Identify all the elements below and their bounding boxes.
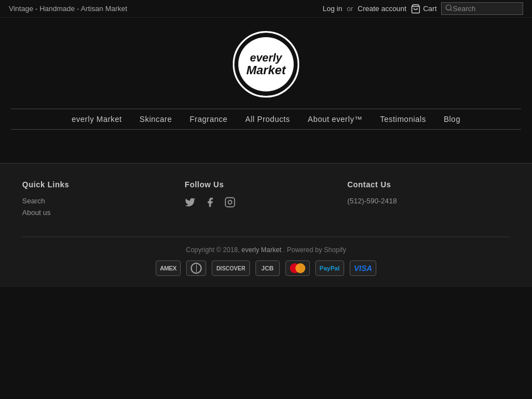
social-icons xyxy=(185,197,347,213)
payment-icons: AMEX DISCOVER JCB PayPal VISA xyxy=(22,260,510,276)
cart-icon xyxy=(411,4,421,14)
nav-item-testimonials[interactable]: Testimonials xyxy=(380,115,426,124)
powered-by: Powered by Shopify xyxy=(287,246,346,254)
svg-rect-3 xyxy=(226,198,235,207)
site-tagline: Vintage - Handmade - Artisan Market xyxy=(9,4,127,13)
copyright-comma: , xyxy=(238,246,242,254)
contact-phone: (512)-590-2418 xyxy=(347,197,510,205)
copyright-year: 2018 xyxy=(223,246,238,254)
nav-item-skincare[interactable]: Skincare xyxy=(140,115,172,124)
search-icon xyxy=(445,4,453,12)
facebook-link[interactable] xyxy=(204,197,218,210)
or-separator: or xyxy=(347,4,354,13)
cart-label: Cart xyxy=(423,4,437,13)
logo-area: everly Market xyxy=(0,18,532,109)
search-submit-button[interactable] xyxy=(445,4,453,13)
footer-follow-col: Follow Us xyxy=(185,180,347,220)
main-content xyxy=(0,130,532,163)
quick-links-heading: Quick Links xyxy=(22,180,185,189)
footer: Quick Links Search About us Follow Us xyxy=(0,163,532,287)
follow-us-heading: Follow Us xyxy=(185,180,347,189)
nav-item-fragrance[interactable]: Fragrance xyxy=(190,115,227,124)
twitter-icon xyxy=(185,197,196,208)
logo-text-line2: Market xyxy=(247,64,286,77)
login-link[interactable]: Log in xyxy=(323,4,342,13)
create-account-link[interactable]: Create account xyxy=(357,4,406,13)
instagram-icon xyxy=(224,197,236,208)
logo-text-line1: everly xyxy=(250,52,282,64)
mc-orange-circle xyxy=(295,263,305,273)
visa-icon: VISA xyxy=(350,260,377,276)
logo[interactable]: everly Market xyxy=(233,31,299,98)
instagram-link[interactable] xyxy=(224,197,238,210)
diners-icon xyxy=(186,260,206,276)
facebook-icon xyxy=(204,197,216,208)
search-input[interactable] xyxy=(453,4,519,13)
quick-link-search[interactable]: Search xyxy=(22,197,185,205)
mastercard-icon xyxy=(285,260,310,276)
copyright-brand-link[interactable]: everly Market xyxy=(242,246,282,254)
nav-item-everly-market[interactable]: everly Market xyxy=(71,115,122,124)
svg-line-2 xyxy=(451,9,452,11)
amex-icon: AMEX xyxy=(156,260,181,276)
nav-bar: everly Market Skincare Fragrance All Pro… xyxy=(0,109,532,129)
footer-contact-col: Contact Us (512)-590-2418 xyxy=(347,180,510,220)
twitter-link[interactable] xyxy=(185,197,198,210)
top-bar: Vintage - Handmade - Artisan Market Log … xyxy=(0,0,532,18)
nav-item-about-everly[interactable]: About everly™ xyxy=(308,115,362,124)
footer-columns: Quick Links Search About us Follow Us xyxy=(22,180,510,220)
copyright-separator: . xyxy=(282,246,287,254)
copyright-text: Copyright © 2018, everly Market . Powere… xyxy=(22,246,510,254)
nav-item-blog[interactable]: Blog xyxy=(444,115,461,124)
paypal-icon: PayPal xyxy=(315,260,344,276)
copyright-label: Copyright © xyxy=(186,246,223,254)
logo-inner: everly Market xyxy=(234,33,298,96)
search-form[interactable] xyxy=(441,2,523,15)
footer-bottom: Copyright © 2018, everly Market . Powere… xyxy=(22,237,510,276)
svg-point-1 xyxy=(446,5,451,10)
footer-quick-links-col: Quick Links Search About us xyxy=(22,180,185,220)
jcb-icon: JCB xyxy=(255,260,280,276)
quick-link-about[interactable]: About us xyxy=(22,208,185,217)
cart-area[interactable]: Cart xyxy=(411,4,437,14)
nav-item-all-products[interactable]: All Products xyxy=(245,115,290,124)
contact-heading: Contact Us xyxy=(347,180,510,189)
discover-icon: DISCOVER xyxy=(212,260,249,276)
